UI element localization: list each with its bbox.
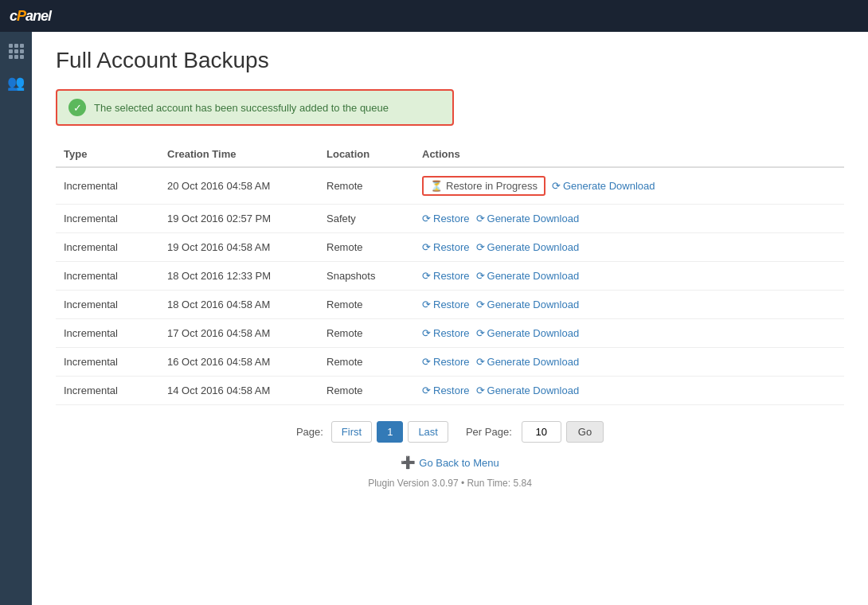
restore-icon: ⟳ [422,384,431,396]
cell-location: Remote [319,291,414,319]
cell-creation: 19 Oct 2016 02:57 PM [159,205,319,233]
back-link-label: Go Back to Menu [419,457,499,469]
restore-icon: ⟳ [422,270,431,282]
col-header-location: Location [319,142,414,167]
cell-type: Incremental [56,319,159,348]
cell-type: Incremental [56,291,159,319]
restore-icon: ⟳ [422,327,431,339]
per-page-input[interactable] [522,421,561,443]
cell-creation: 14 Oct 2016 04:58 AM [159,377,319,405]
col-header-actions: Actions [414,142,844,167]
generate-download-link[interactable]: ⟳Generate Download [476,270,580,282]
generate-icon: ⟳ [476,327,485,339]
cell-type: Incremental [56,262,159,291]
footer-info: Plugin Version 3.0.97 • Run Time: 5.84 [56,478,844,489]
restore-link[interactable]: ⟳Restore [422,356,470,368]
cell-location: Remote [319,233,414,262]
generate-icon: ⟳ [476,241,485,253]
col-header-creation: Creation Time [159,142,319,167]
generate-icon: ⟳ [476,356,485,368]
restore-link[interactable]: ⟳Restore [422,384,470,396]
last-page-button[interactable]: Last [408,421,448,443]
cpanel-logo: cPanel [10,8,51,25]
generate-download-link[interactable]: ⟳Generate Download [476,327,580,339]
page-label: Page: [296,426,323,438]
generate-icon: ⟳ [476,384,485,396]
cell-creation: 18 Oct 2016 04:58 AM [159,291,319,319]
generate-download-link[interactable]: ⟳Generate Download [476,241,580,253]
generate-icon: ⟳ [476,299,485,310]
back-link-icon: ➕ [401,455,416,470]
cell-actions: ⟳Restore⟳Generate Download [414,348,844,377]
clock-icon: ⏳ [430,180,443,192]
table-row: Incremental20 Oct 2016 04:58 AMRemote⏳ R… [56,167,844,205]
cell-actions: ⟳Restore⟳Generate Download [414,291,844,319]
generate-icon: ⟳ [476,270,485,282]
generate-icon: ⟳ [552,180,561,192]
table-row: Incremental19 Oct 2016 04:58 AMRemote⟳Re… [56,233,844,262]
go-button[interactable]: Go [566,421,604,443]
cell-type: Incremental [56,167,159,205]
generate-download-link[interactable]: ⟳Generate Download [476,384,580,396]
cell-actions: ⏳ Restore in Progress⟳Generate Download [414,167,844,205]
back-link-row: ➕ Go Back to Menu [56,455,844,470]
cell-location: Snapshots [319,262,414,291]
table-row: Incremental17 Oct 2016 04:58 AMRemote⟳Re… [56,319,844,348]
first-page-button[interactable]: First [331,421,372,443]
cell-actions: ⟳Restore⟳Generate Download [414,262,844,291]
cell-location: Remote [319,377,414,405]
cell-creation: 16 Oct 2016 04:58 AM [159,348,319,377]
cell-type: Incremental [56,205,159,233]
back-to-menu-link[interactable]: ➕ Go Back to Menu [401,455,499,470]
sidebar-users-icon[interactable]: 👥 [6,73,25,92]
page-title: Full Account Backups [56,48,844,73]
table-row: Incremental18 Oct 2016 12:33 PMSnapshots… [56,262,844,291]
cell-type: Incremental [56,348,159,377]
sidebar: 👥 [0,32,32,605]
per-page-label: Per Page: [466,426,512,438]
cell-location: Remote [319,319,414,348]
topbar: cPanel [0,0,868,32]
restore-icon: ⟳ [422,213,431,224]
current-page-button[interactable]: 1 [377,421,403,443]
restore-in-progress-badge: ⏳ Restore in Progress [422,176,545,196]
generate-icon: ⟳ [476,213,485,224]
cell-type: Incremental [56,377,159,405]
sidebar-grid-icon[interactable] [6,41,25,60]
generate-download-link[interactable]: ⟳Generate Download [476,356,580,368]
cell-creation: 17 Oct 2016 04:58 AM [159,319,319,348]
restore-link[interactable]: ⟳Restore [422,327,470,339]
success-alert: ✓ The selected account has been successf… [56,89,454,126]
table-row: Incremental16 Oct 2016 04:58 AMRemote⟳Re… [56,348,844,377]
alert-message: The selected account has been successful… [94,102,389,114]
pagination-row: Page: First 1 Last Per Page: Go [56,421,844,443]
table-row: Incremental19 Oct 2016 02:57 PMSafety⟳Re… [56,205,844,233]
restore-link[interactable]: ⟳Restore [422,213,470,224]
cell-creation: 19 Oct 2016 04:58 AM [159,233,319,262]
cell-actions: ⟳Restore⟳Generate Download [414,233,844,262]
restore-icon: ⟳ [422,241,431,253]
cell-location: Remote [319,348,414,377]
restore-link[interactable]: ⟳Restore [422,270,470,282]
generate-download-link[interactable]: ⟳Generate Download [476,299,580,310]
table-row: Incremental18 Oct 2016 04:58 AMRemote⟳Re… [56,291,844,319]
restore-link[interactable]: ⟳Restore [422,241,470,253]
cell-actions: ⟳Restore⟳Generate Download [414,319,844,348]
cell-type: Incremental [56,233,159,262]
cell-actions: ⟳Restore⟳Generate Download [414,377,844,405]
alert-check-icon: ✓ [68,99,86,116]
table-row: Incremental14 Oct 2016 04:58 AMRemote⟳Re… [56,377,844,405]
cell-location: Remote [319,167,414,205]
cell-actions: ⟳Restore⟳Generate Download [414,205,844,233]
col-header-type: Type [56,142,159,167]
main-content: Full Account Backups ✓ The selected acco… [32,32,868,605]
generate-download-link[interactable]: ⟳Generate Download [476,213,580,224]
cell-creation: 20 Oct 2016 04:58 AM [159,167,319,205]
restore-icon: ⟳ [422,356,431,368]
generate-download-link[interactable]: ⟳Generate Download [552,180,655,192]
restore-link[interactable]: ⟳Restore [422,299,470,310]
restore-icon: ⟳ [422,299,431,310]
cell-creation: 18 Oct 2016 12:33 PM [159,262,319,291]
backups-table: Type Creation Time Location Actions Incr… [56,142,844,405]
cell-location: Safety [319,205,414,233]
